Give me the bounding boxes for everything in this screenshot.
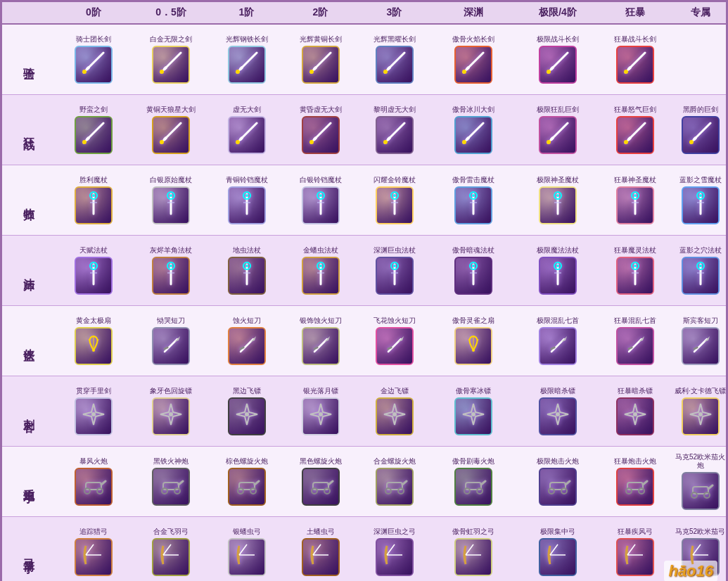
- svg-point-114: [245, 264, 248, 267]
- weapon-cell-6-2: 棕色螺旋火炮: [210, 454, 283, 509]
- class-label-牧师: 牧师: [2, 165, 55, 235]
- weapon-icon-2-3: [302, 186, 340, 224]
- weapon-cell-5-5: 傲骨寒冰镖: [431, 384, 516, 438]
- weapon-cell-2-8: 蓝影之雪魔杖: [670, 173, 728, 227]
- weapon-cell-0-2: 光辉钢铁长剑: [210, 32, 283, 87]
- weapon-icon-5-4: [376, 397, 414, 435]
- weapon-name-7-2: 银蟠虫弓: [233, 528, 261, 536]
- weapon-icon-4-7: [616, 327, 654, 365]
- weapon-cell-5-2: 黑边飞镖: [210, 384, 283, 438]
- weapon-icon-7-7: [616, 538, 654, 576]
- svg-point-159: [472, 349, 475, 352]
- svg-line-58: [563, 127, 564, 128]
- svg-line-57: [551, 138, 553, 139]
- svg-point-55: [462, 140, 466, 144]
- svg-line-37: [165, 138, 166, 139]
- weapon-name-3-1: 灰烬羊角法杖: [150, 246, 192, 255]
- weapon-icon-0-3: [302, 46, 340, 84]
- svg-point-70: [92, 194, 95, 197]
- weapon-name-3-7: 狂暴魔灵法杖: [614, 246, 656, 255]
- weapon-icon-3-5: [454, 257, 492, 295]
- weapon-icon-2-4: [376, 186, 414, 224]
- svg-line-152: [314, 347, 317, 349]
- weapon-name-1-3: 黄昏虚无大剑: [300, 106, 342, 114]
- svg-line-21: [467, 68, 468, 69]
- weapon-name-3-3: 金蟠虫法杖: [303, 246, 338, 255]
- svg-point-67: [689, 140, 694, 144]
- svg-point-7: [160, 70, 164, 74]
- header-row: 0阶 0．5阶 1阶 2阶 3阶 深渊 极限/4阶 狂暴 专属: [2, 2, 726, 25]
- svg-point-130: [556, 264, 559, 267]
- svg-marker-161: [561, 336, 567, 342]
- weapon-cell-5-8: 威利·文卡德飞镖: [670, 384, 728, 438]
- svg-line-33: [87, 138, 89, 139]
- weapon-cell-2-2: 青铜铃铛魔杖: [210, 173, 283, 227]
- svg-line-53: [467, 138, 468, 139]
- weapon-name-2-7: 狂暴神圣魔杖: [614, 176, 656, 184]
- svg-line-215: [86, 544, 94, 555]
- weapon-cell-1-0: 野蛮之剑: [55, 103, 132, 157]
- svg-line-149: [241, 347, 243, 349]
- weapon-name-6-0: 暴风火炮: [79, 457, 108, 466]
- weapon-cell-7-5: 傲骨虹羽之弓: [431, 525, 516, 579]
- weapon-icon-4-6: [539, 327, 577, 365]
- weapon-name-5-4: 金边飞镖: [381, 387, 409, 395]
- header-special: 专属: [670, 6, 728, 19]
- weapon-cell-0-4: 光辉黑曜长剑: [357, 32, 431, 87]
- weapon-name-3-6: 极限魔法法杖: [537, 246, 579, 255]
- weapon-cell-5-3: 银光落月镖: [283, 384, 357, 438]
- svg-line-26: [563, 56, 564, 58]
- svg-line-49: [388, 138, 390, 139]
- weapon-icon-1-2: [228, 116, 266, 154]
- weapon-icon-5-6: [539, 397, 577, 435]
- weapon-icon-4-2: [228, 327, 266, 365]
- svg-point-90: [472, 194, 475, 197]
- svg-line-18: [400, 56, 401, 58]
- weapon-name-5-5: 傲骨寒冰镖: [456, 387, 491, 395]
- svg-point-172: [319, 412, 323, 416]
- weapon-icon-4-8: [682, 327, 720, 365]
- weapon-icon-1-6: [539, 116, 577, 154]
- weapon-name-1-6: 极限狂乱巨剑: [537, 106, 579, 114]
- weapon-cell-2-5: 傲骨雷击魔杖: [431, 173, 516, 227]
- svg-line-168: [694, 347, 697, 349]
- svg-point-98: [634, 194, 637, 197]
- weapon-name-3-2: 地虫法杖: [233, 246, 261, 255]
- weapon-name-6-4: 合金螺旋火炮: [373, 457, 416, 466]
- weapon-icon-6-1: [152, 468, 190, 506]
- weapon-cell-3-0: 天赋法杖: [55, 243, 132, 298]
- weapon-cell-1-4: 黎明虚无大剑: [357, 103, 431, 157]
- weapon-icon-3-1: [152, 257, 190, 295]
- weapon-cell-5-0: 贯穿手里剑: [55, 384, 132, 438]
- weapon-cell-0-3: 光辉黄铜长剑: [283, 32, 357, 87]
- weapon-name-4-5: 傲骨灵雀之扇: [452, 317, 494, 325]
- svg-line-1: [87, 68, 89, 69]
- weapon-cell-6-0: 暴风火炮: [55, 454, 132, 509]
- weapon-cell-4-3: 银饰蚀火短刀: [283, 314, 357, 368]
- header-2: 2阶: [283, 6, 357, 19]
- weapon-icon-7-6: [539, 538, 577, 576]
- class-label-骑士: 骑士: [2, 25, 55, 94]
- weapon-cell-4-2: 蚀火短刀: [210, 314, 283, 368]
- weapon-name-5-3: 银光落月镖: [303, 387, 338, 395]
- svg-line-61: [629, 138, 630, 139]
- weapon-name-4-3: 银饰蚀火短刀: [300, 317, 342, 325]
- weapon-cell-0-5: 傲骨火焰长剑: [431, 32, 516, 87]
- weapon-cell-3-1: 灰烬羊角法杖: [132, 243, 210, 298]
- svg-point-3: [82, 70, 87, 74]
- weapon-name-0-2: 光辉钢铁长剑: [226, 35, 268, 44]
- class-label-法师: 法师: [2, 236, 55, 305]
- weapon-icon-2-6: [539, 186, 577, 224]
- weapon-icon-5-2: [228, 397, 266, 435]
- weapon-icon-6-7: [616, 468, 654, 506]
- weapon-name-0-5: 傲骨火焰长剑: [452, 35, 494, 44]
- weapon-cell-4-1: 恸哭短刀: [132, 314, 210, 368]
- class-label-侠盗: 侠盗: [2, 306, 55, 376]
- svg-line-65: [694, 138, 696, 139]
- weapon-name-0-7: 狂暴战斗长剑: [614, 35, 656, 44]
- svg-line-197: [402, 481, 407, 485]
- class-row-侠盗: 侠盗黄金太极扇恸哭短刀蚀火短刀银饰蚀火短刀飞花蚀火短刀傲骨灵雀之扇极限混乱七首狂…: [2, 306, 726, 376]
- svg-point-138: [699, 264, 702, 267]
- weapon-name-2-2: 青铜铃铛魔杖: [226, 176, 268, 184]
- weapon-cell-6-7: 狂暴炮击火炮: [600, 454, 670, 509]
